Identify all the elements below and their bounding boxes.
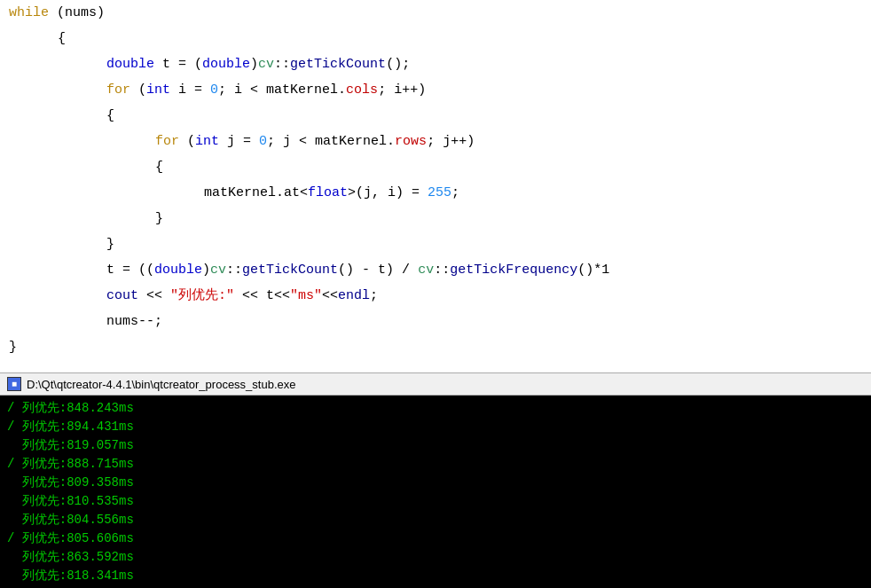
console-line: 列优先:818.341ms bbox=[7, 567, 864, 585]
console-titlebar: ■ D:\Qt\qtcreator-4.4.1\bin\qtcreator_pr… bbox=[0, 372, 871, 396]
console-icon: ■ bbox=[7, 377, 21, 391]
console-line: 列优先:810.535ms bbox=[7, 492, 864, 511]
code-line: for (int j = 0; j < matKernel.rows; j++) bbox=[0, 129, 871, 154]
console-title: D:\Qt\qtcreator-4.4.1\bin\qtcreator_proc… bbox=[27, 378, 296, 391]
code-line: matKernel.at<float>(j, i) = 255; bbox=[0, 180, 871, 206]
console-line: / 列优先:888.715ms bbox=[7, 455, 864, 474]
console-line: 列优先:804.556ms bbox=[7, 511, 864, 529]
code-line: } bbox=[0, 231, 871, 257]
code-line: t = ((double)cv::getTickCount() - t) / c… bbox=[0, 257, 871, 283]
code-line: { bbox=[0, 154, 871, 180]
code-line: { bbox=[0, 26, 871, 51]
console-output: / 列优先:848.243ms/ 列优先:894.431ms 列优先:819.0… bbox=[0, 396, 871, 588]
console-line: 列优先:863.592ms bbox=[7, 548, 864, 567]
code-line: for (int i = 0; i < matKernel.cols; i++) bbox=[0, 77, 871, 103]
code-line: nums--; bbox=[0, 309, 871, 334]
console-line: 列优先:819.057ms bbox=[7, 436, 864, 455]
console-line: 列优先:809.358ms bbox=[7, 474, 864, 492]
console-line: / 列优先:805.606ms bbox=[7, 529, 864, 548]
code-editor: while (nums){double t = (double)cv::getT… bbox=[0, 0, 871, 372]
code-line: } bbox=[0, 206, 871, 231]
console-line: / 列优先:848.243ms bbox=[7, 399, 864, 418]
code-line: { bbox=[0, 103, 871, 129]
code-line: cout << "列优先:" << t<<"ms"<<endl; bbox=[0, 283, 871, 309]
code-line: double t = (double)cv::getTickCount(); bbox=[0, 51, 871, 77]
console-line: / 列优先:894.431ms bbox=[7, 418, 864, 436]
code-line: } bbox=[0, 334, 871, 360]
code-line: while (nums) bbox=[0, 0, 871, 26]
